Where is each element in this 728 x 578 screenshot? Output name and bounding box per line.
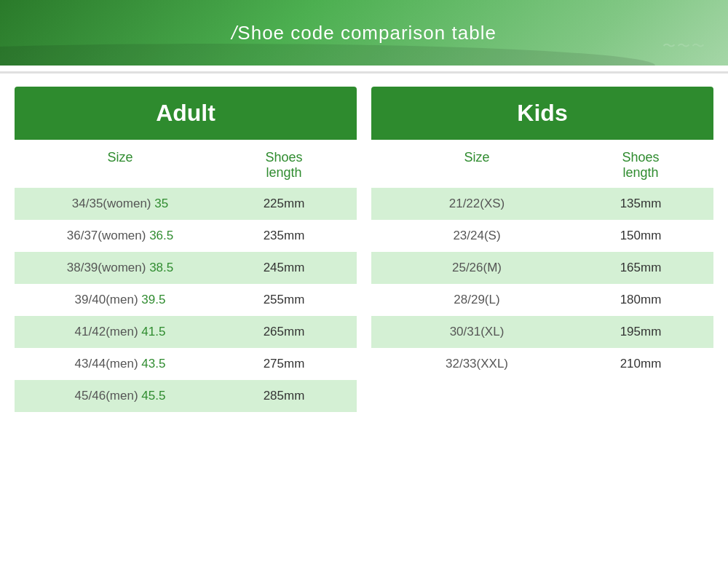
kids-length-col-header: Shoeslength: [575, 150, 706, 181]
header-divider: [0, 71, 728, 74]
table-row: 30/31(XL) 195mm: [371, 316, 713, 348]
adult-size-cell: 38/39(women) 38.5: [22, 261, 218, 275]
adult-size-cell: 34/35(women) 35: [22, 197, 218, 211]
adult-size-cell: 41/42(men) 41.5: [22, 325, 218, 339]
table-row: 38/39(women) 38.5 245mm: [15, 252, 357, 284]
kids-col-headers: Size Shoeslength: [371, 146, 713, 185]
adult-size-cell: 45/46(men) 45.5: [22, 389, 218, 403]
adult-length-cell: 285mm: [218, 389, 349, 403]
size-main: 36/37(women): [67, 229, 146, 242]
kids-size-cell: 23/24(S): [379, 229, 575, 243]
adult-length-cell: 245mm: [218, 261, 349, 275]
size-main: 43/44(men): [75, 357, 138, 371]
kids-size-cell: 28/29(L): [379, 293, 575, 307]
size-main: 34/35(women): [72, 197, 151, 210]
kids-section: Kids Size Shoeslength 21/22(XS) 135mm 23…: [371, 87, 713, 412]
adult-length-cell: 275mm: [218, 357, 349, 371]
kids-length-cell: 150mm: [575, 229, 706, 243]
page-title: /Shoe code comparison table: [232, 22, 496, 44]
kids-length-cell: 165mm: [575, 261, 706, 275]
kids-size-cell: 25/26(M): [379, 261, 575, 275]
kids-table: 21/22(XS) 135mm 23/24(S) 150mm 25/26(M) …: [371, 188, 713, 380]
table-row: 45/46(men) 45.5 285mm: [15, 380, 357, 412]
adult-table: 34/35(women) 35 225mm 36/37(women) 36.5 …: [15, 188, 357, 412]
size-main: 38/39(women): [67, 261, 146, 274]
kids-length-cell: 210mm: [575, 357, 706, 371]
adult-section: Adult Size Shoeslength 34/35(women) 35 2…: [15, 87, 357, 412]
adult-col-headers: Size Shoeslength: [15, 146, 357, 185]
kids-size-col-header: Size: [379, 150, 575, 181]
adult-length-cell: 235mm: [218, 229, 349, 243]
adult-size-cell: 43/44(men) 43.5: [22, 357, 218, 371]
adult-section-header: Adult: [15, 87, 357, 140]
adult-length-cell: 265mm: [218, 325, 349, 339]
table-row: 28/29(L) 180mm: [371, 284, 713, 316]
size-main: 21/22(XS): [449, 197, 505, 210]
table-row: 25/26(M) 165mm: [371, 252, 713, 284]
table-row: 21/22(XS) 135mm: [371, 188, 713, 220]
size-highlight: 45.5: [141, 389, 165, 403]
wavy-decoration: 〜〜〜: [662, 37, 706, 55]
size-highlight: 43.5: [141, 357, 165, 371]
kids-length-cell: 180mm: [575, 293, 706, 307]
size-main: 28/29(L): [454, 293, 499, 306]
size-main: 39/40(men): [75, 293, 138, 306]
page-header: /Shoe code comparison table 〜〜〜: [0, 0, 728, 66]
table-row: 41/42(men) 41.5 265mm: [15, 316, 357, 348]
table-row: 34/35(women) 35 225mm: [15, 188, 357, 220]
table-row: 39/40(men) 39.5 255mm: [15, 284, 357, 316]
table-row: 32/33(XXL) 210mm: [371, 348, 713, 380]
size-main: 25/26(M): [452, 261, 502, 274]
adult-size-cell: 39/40(men) 39.5: [22, 293, 218, 307]
adult-size-cell: 36/37(women) 36.5: [22, 229, 218, 243]
size-main: 45/46(men): [75, 389, 138, 403]
size-main: 32/33(XXL): [446, 357, 508, 371]
size-main: 30/31(XL): [450, 325, 505, 339]
main-content: Adult Size Shoeslength 34/35(women) 35 2…: [0, 79, 728, 419]
size-main: 41/42(men): [75, 325, 138, 339]
adult-length-col-header: Shoeslength: [218, 150, 349, 181]
kids-size-cell: 32/33(XXL): [379, 357, 575, 371]
kids-length-cell: 135mm: [575, 197, 706, 211]
kids-size-cell: 21/22(XS): [379, 197, 575, 211]
size-highlight: 39.5: [141, 293, 165, 306]
table-row: 43/44(men) 43.5 275mm: [15, 348, 357, 380]
adult-length-cell: 255mm: [218, 293, 349, 307]
size-highlight: 38.5: [149, 261, 173, 274]
size-highlight: 41.5: [141, 325, 165, 339]
size-highlight: 35: [154, 197, 168, 210]
kids-length-cell: 195mm: [575, 325, 706, 339]
table-row: 36/37(women) 36.5 235mm: [15, 220, 357, 252]
kids-size-cell: 30/31(XL): [379, 325, 575, 339]
size-main: 23/24(S): [453, 229, 500, 242]
adult-size-col-header: Size: [22, 150, 218, 181]
size-highlight: 36.5: [149, 229, 173, 242]
table-row: 23/24(S) 150mm: [371, 220, 713, 252]
adult-length-cell: 225mm: [218, 197, 349, 211]
kids-section-header: Kids: [371, 87, 713, 140]
